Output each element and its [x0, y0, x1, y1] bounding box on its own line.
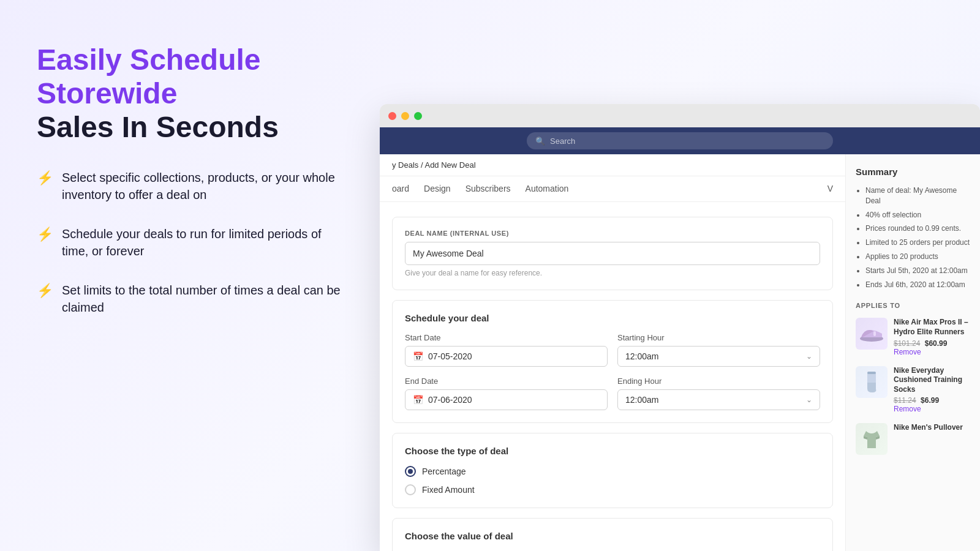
- product-item-1: Nike Everyday Cushioned Training Socks $…: [856, 366, 970, 414]
- radio-circle-percentage: [405, 466, 416, 477]
- feature-item-3: ⚡ Set limits to the total number of time…: [37, 282, 349, 316]
- summary-sidebar: Summary Name of deal: My Awesome Deal 40…: [845, 154, 980, 551]
- bolt-icon-1: ⚡: [37, 170, 53, 186]
- product-prices-2: [894, 435, 970, 443]
- feature-text-1: Select specific collections, products, o…: [62, 169, 349, 203]
- feature-text-3: Set limits to the total number of times …: [62, 282, 349, 316]
- starting-hour-select[interactable]: 12:00am ⌄: [617, 346, 820, 367]
- feature-list: ⚡ Select specific collections, products,…: [37, 169, 349, 316]
- traffic-light-red[interactable]: [388, 112, 396, 120]
- calendar-icon-end: 📅: [413, 395, 423, 405]
- starting-hour-label: Starting Hour: [617, 333, 820, 342]
- bolt-icon-3: ⚡: [37, 283, 53, 299]
- start-date-label: Start Date: [405, 333, 608, 342]
- radio-circle-fixed: [405, 484, 416, 495]
- browser-titlebar: [380, 104, 980, 127]
- start-date-value: 07-05-2020: [428, 351, 472, 361]
- bolt-icon-2: ⚡: [37, 227, 53, 242]
- schedule-section: Schedule your deal Start Date 📅 07-05-20…: [392, 300, 833, 423]
- start-date-input[interactable]: 📅 07-05-2020: [405, 346, 608, 367]
- product-name-1: Nike Everyday Cushioned Training Socks: [894, 366, 970, 395]
- hero-title-purple: Easily Schedule Storewide: [37, 43, 261, 110]
- ending-hour-field: Ending Hour 12:00am ⌄: [617, 377, 820, 410]
- svg-rect-3: [867, 372, 876, 374]
- product-info-0: Nike Air Max Pros II – Hydro Elite Runne…: [894, 318, 970, 356]
- ending-hour-value: 12:00am: [625, 395, 658, 405]
- end-date-field: End Date 📅 07-06-2020: [405, 377, 608, 410]
- deal-name-section: DEAL NAME (INTERNAL USE) Give your deal …: [392, 217, 833, 290]
- price-old-0: $101.24: [894, 339, 920, 348]
- deal-name-label: DEAL NAME (INTERNAL USE): [405, 230, 820, 237]
- calendar-icon-start: 📅: [413, 351, 423, 361]
- socks-svg: [859, 369, 884, 395]
- search-icon: 🔍: [535, 137, 545, 146]
- form-area: DEAL NAME (INTERNAL USE) Give your deal …: [380, 202, 845, 551]
- product-item-0: Nike Air Max Pros II – Hydro Elite Runne…: [856, 318, 970, 356]
- browser-window: 🔍 Search y Deals / Add New Deal oard Des…: [380, 104, 980, 551]
- summary-list: Name of deal: My Awesome Deal 40% off se…: [856, 186, 970, 290]
- summary-item-6: Ends Jul 6th, 2020 at 12:00am: [865, 280, 970, 290]
- tab-oard[interactable]: oard: [392, 176, 409, 202]
- tab-extra[interactable]: V: [827, 176, 833, 202]
- deal-type-title: Choose the type of deal: [405, 446, 820, 456]
- deal-value-title: Choose the value of deal: [405, 531, 820, 541]
- ending-hour-label: Ending Hour: [617, 377, 820, 386]
- product-item-2: Nike Men's Pullover: [856, 423, 970, 455]
- product-img-0: [856, 318, 888, 350]
- hero-title: Easily Schedule Storewide Sales In Secon…: [37, 43, 349, 144]
- radio-percentage[interactable]: Percentage: [405, 466, 820, 477]
- radio-dot-percentage: [408, 469, 413, 474]
- price-new-0: $60.99: [925, 339, 948, 348]
- search-text: Search: [550, 137, 575, 146]
- radio-fixed[interactable]: Fixed Amount: [405, 484, 820, 495]
- hero-title-dark: Sales In Seconds: [37, 111, 279, 143]
- remove-link-0[interactable]: Remove: [894, 348, 970, 356]
- main-area: y Deals / Add New Deal oard Design Subsc…: [380, 154, 845, 551]
- summary-item-1: 40% off selection: [865, 210, 970, 220]
- chevron-down-icon-start: ⌄: [806, 352, 812, 361]
- breadcrumb: y Deals / Add New Deal: [380, 154, 845, 176]
- summary-item-5: Starts Jul 5th, 2020 at 12:00am: [865, 266, 970, 276]
- product-name-0: Nike Air Max Pros II – Hydro Elite Runne…: [894, 318, 970, 337]
- ending-hour-select[interactable]: 12:00am ⌄: [617, 389, 820, 410]
- remove-link-1[interactable]: Remove: [894, 405, 970, 413]
- end-date-input[interactable]: 📅 07-06-2020: [405, 389, 608, 410]
- shirt-svg: [859, 426, 884, 452]
- deal-name-input[interactable]: [405, 242, 820, 265]
- product-img-2: [856, 423, 888, 455]
- applies-to-title: APPLIES TO: [856, 302, 970, 309]
- deal-name-hint: Give your deal a name for easy reference…: [405, 269, 820, 277]
- product-img-1: [856, 366, 888, 398]
- end-date-value: 07-06-2020: [428, 395, 472, 405]
- price-old-1: $11.24: [894, 396, 916, 405]
- product-prices-0: $101.24 $60.99: [894, 339, 970, 348]
- feature-item-1: ⚡ Select specific collections, products,…: [37, 169, 349, 203]
- shoe-svg: [859, 325, 884, 342]
- radio-fixed-label: Fixed Amount: [422, 485, 475, 495]
- traffic-light-green[interactable]: [414, 112, 422, 120]
- chevron-down-icon-end: ⌄: [806, 395, 812, 404]
- left-panel: Easily Schedule Storewide Sales In Secon…: [0, 0, 380, 551]
- tab-subscribers[interactable]: Subscribers: [466, 176, 511, 202]
- tabs-bar: oard Design Subscribers Automation V: [380, 176, 845, 202]
- tab-automation[interactable]: Automation: [526, 176, 569, 202]
- radio-group-deal-type: Percentage Fixed Amount: [405, 466, 820, 495]
- starting-hour-value: 12:00am: [625, 351, 658, 361]
- tab-design[interactable]: Design: [424, 176, 451, 202]
- breadcrumb-text: y Deals / Add New Deal: [392, 160, 476, 170]
- date-grid: Start Date 📅 07-05-2020 Starting Hour 12…: [405, 333, 820, 410]
- starting-hour-field: Starting Hour 12:00am ⌄: [617, 333, 820, 367]
- feature-text-2: Schedule your deals to run for limited p…: [62, 225, 349, 260]
- price-new-1: $6.99: [921, 396, 939, 405]
- product-info-1: Nike Everyday Cushioned Training Socks $…: [894, 366, 970, 414]
- browser-navbar: 🔍 Search: [380, 127, 980, 154]
- product-name-2: Nike Men's Pullover: [894, 423, 970, 433]
- browser-content: y Deals / Add New Deal oard Design Subsc…: [380, 154, 980, 551]
- search-bar[interactable]: 🔍 Search: [527, 132, 833, 149]
- feature-item-2: ⚡ Schedule your deals to run for limited…: [37, 225, 349, 260]
- summary-item-2: Prices rounded to 0.99 cents.: [865, 223, 970, 234]
- product-info-2: Nike Men's Pullover: [894, 423, 970, 455]
- summary-item-4: Applies to 20 products: [865, 252, 970, 262]
- summary-item-3: Limited to 25 orders per product: [865, 238, 970, 248]
- traffic-light-yellow[interactable]: [401, 112, 409, 120]
